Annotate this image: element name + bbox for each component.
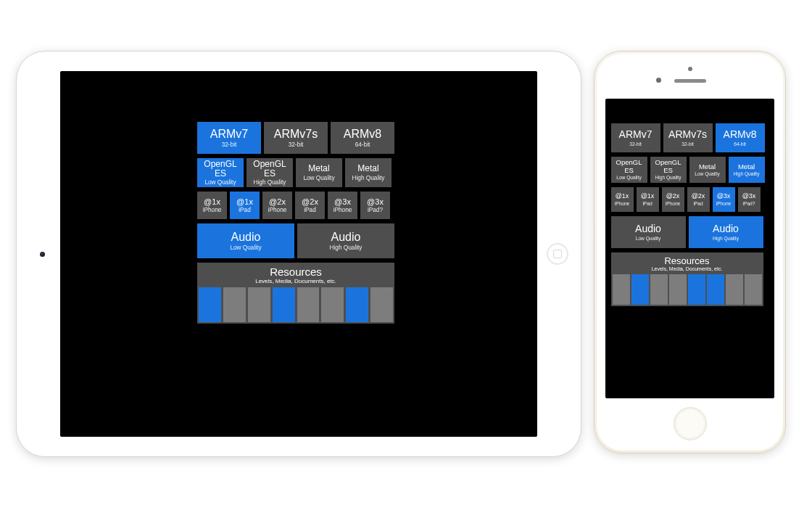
resources-header: Resources Levels, Media, Documents, etc. [611,252,763,274]
tile-title: OpenGL ES [197,160,244,178]
tile-sub: 32-bit [629,141,642,147]
tile-metal-low[interactable]: Metal Low Quality [689,157,726,183]
tile-audio-low[interactable]: Audio Low Quality [197,223,294,258]
tile-gl-high[interactable]: OpenGL ES High Quality [650,157,687,183]
tile-title: Metal [738,163,755,170]
resource-bar[interactable] [223,287,246,322]
resource-bar[interactable] [346,287,368,322]
tile-title: Audio [635,223,661,234]
tile-armv7s[interactable]: ARMv7s 32-bit [663,123,713,152]
tile-title: @2x [269,197,286,206]
tile-sub: Low Quality [230,244,261,251]
tile-audio-high[interactable]: Audio High Quality [689,216,763,248]
tile-sub: Low Quality [616,175,641,180]
tile-title: @3x [367,197,384,206]
iphone-asset-grid: ARMv7 32-bit ARMv7s 32-bit ARMv8 64-bit … [611,123,769,306]
resource-bar[interactable] [745,274,762,305]
tile-title: @3x [334,197,351,206]
tile-sub: 64-bit [734,141,746,147]
tile-gl-low[interactable]: OpenGL ES Low Quality [197,158,244,187]
tile-metal-low[interactable]: Metal Low Quality [296,158,342,187]
tile-metal-high[interactable]: Metal High Quality [345,158,392,187]
resource-bar[interactable] [707,274,724,305]
tile-title: Metal [357,164,378,173]
tile-2x-iphone[interactable]: @2x iPhone [262,192,292,219]
tile-1x-ipad[interactable]: @1x iPad [230,192,260,219]
tile-sub: High Quality [254,179,286,186]
tile-2x-ipad[interactable]: @2x iPad [295,192,325,219]
tile-armv7[interactable]: ARMv7 32-bit [611,123,660,152]
resource-bar[interactable] [273,287,295,322]
tile-1x-iphone[interactable]: @1x iPhone [197,192,227,219]
tile-1x-ipad[interactable]: @1x iPad [637,187,659,212]
tile-title: Audio [231,231,261,244]
resource-bar[interactable] [248,287,270,322]
ipad-device: ARMv7 32-bit ARMv7s 32-bit ARMv8 64-bit … [16,51,581,457]
tile-sub: iPhone [268,207,287,213]
tile-sub: iPhone [203,207,222,213]
tile-3x-ipad[interactable]: @3x iPad? [738,187,761,212]
camera-icon [40,252,45,257]
tile-title: @1x [641,193,655,200]
resources-header: Resources Levels, Media, Documents, etc. [197,263,394,287]
home-button-icon[interactable] [674,407,707,440]
tile-sub: iPad [304,207,316,213]
resources-title: Resources [270,266,322,278]
resource-bar[interactable] [321,287,344,322]
resource-bar[interactable] [199,287,221,322]
camera-icon [656,78,661,83]
tile-3x-iphone[interactable]: @3x iPhone [328,192,357,219]
iphone-screen: ARMv7 32-bit ARMv7s 32-bit ARMv8 64-bit … [605,99,774,398]
tile-sub: High Quality [655,175,682,180]
tile-audio-low[interactable]: Audio Low Quality [611,216,686,248]
row-graphics: OpenGL ES Low Quality OpenGL ES High Qua… [197,158,400,187]
tile-sub: Low Quality [303,175,334,181]
tile-sub: iPhone [615,201,630,206]
tile-title: ARMv7 [619,129,652,140]
iphone-device: ARMv7 32-bit ARMv7s 32-bit ARMv8 64-bit … [594,51,786,453]
tile-title: @3x [742,193,756,200]
tile-2x-ipad[interactable]: @2x iPad [687,187,710,212]
resource-bar[interactable] [297,287,320,322]
tile-3x-iphone[interactable]: @3x iPhone [713,187,735,212]
resource-bar[interactable] [669,274,687,305]
tile-sub: iPad? [368,207,383,213]
resource-bar[interactable] [688,274,705,305]
tile-audio-high[interactable]: Audio High Quality [297,223,394,258]
tile-title: OpenGL ES [650,159,687,174]
tile-sub: Low Quality [636,236,660,241]
tile-2x-iphone[interactable]: @2x iPhone [662,187,684,212]
tile-title: @1x [616,193,629,200]
tile-sub: High Quality [330,244,362,251]
resources-block: Resources Levels, Media, Documents, etc. [611,252,763,306]
tile-sub: 32-bit [222,141,237,148]
row-scale: @1x iPhone @1x iPad @2x iPhone @2x iPad … [197,192,400,219]
tile-sub: iPhone [334,207,352,213]
resource-bar[interactable] [370,287,393,322]
tile-gl-low[interactable]: OpenGL ES Low Quality [611,157,647,183]
resource-bar[interactable] [631,274,649,305]
resource-bar[interactable] [613,274,630,305]
tile-sub: 32-bit [682,141,694,147]
tile-1x-iphone[interactable]: @1x iPhone [611,187,634,212]
resource-bar[interactable] [650,274,668,305]
tile-3x-ipad[interactable]: @3x iPad? [360,192,390,219]
ipad-asset-grid: ARMv7 32-bit ARMv7s 32-bit ARMv8 64-bit … [197,122,400,324]
resource-bar[interactable] [726,274,743,305]
tile-armv8[interactable]: ARMv8 64-bit [716,123,765,152]
tile-sub: 32-bit [289,141,304,148]
tile-armv8[interactable]: ARMv8 64-bit [331,122,394,154]
tile-sub: iPhone [666,201,681,206]
tile-metal-high[interactable]: Metal High Quality [729,157,765,183]
tile-sub: High Quality [713,236,739,241]
tile-title: Metal [699,163,716,170]
tile-armv7s[interactable]: ARMv7s 32-bit [264,122,328,154]
tile-title: ARMv7s [274,128,318,141]
tile-title: Metal [308,164,329,173]
tile-gl-high[interactable]: OpenGL ES High Quality [246,158,293,187]
ipad-screen: ARMv7 32-bit ARMv7s 32-bit ARMv8 64-bit … [60,71,537,437]
sensor-icon [688,67,692,71]
tile-title: @2x [666,193,680,200]
tile-armv7[interactable]: ARMv7 32-bit [197,122,261,154]
home-button-icon[interactable] [547,243,568,265]
